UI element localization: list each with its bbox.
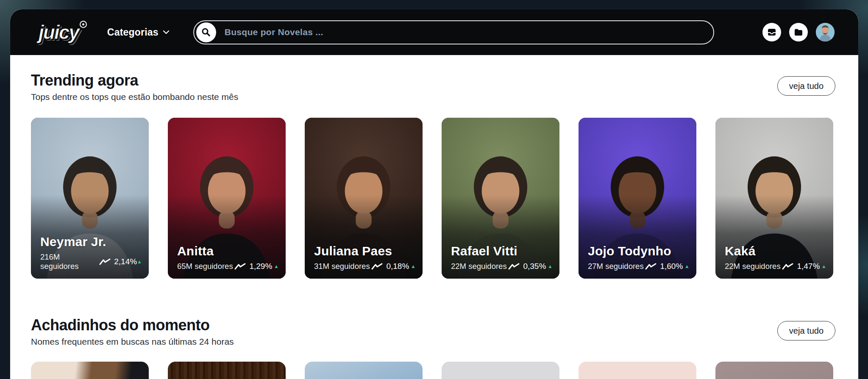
- celebrity-card[interactable]: Rafael Vitti 22M seguidores 0,35% ▲: [442, 118, 559, 279]
- trend-up-arrow-icon: ▲: [137, 259, 142, 264]
- trend-percentage: 2,14%: [114, 257, 137, 266]
- trend-percentage: 0,18%: [386, 262, 409, 271]
- trend-line-icon: [782, 263, 793, 270]
- achadinho-card[interactable]: [168, 362, 286, 379]
- section-achadinhos: Achadinhos do momento Nomes frequentes e…: [31, 318, 835, 379]
- achadinhos-see-all-button[interactable]: veja tudo: [777, 321, 835, 340]
- achadinho-card[interactable]: [579, 362, 696, 379]
- achadinho-card[interactable]: [715, 362, 833, 379]
- trend-up-arrow-icon: ▲: [821, 264, 826, 269]
- achadinho-card[interactable]: [442, 362, 559, 379]
- trend-up-arrow-icon: ▲: [274, 264, 279, 269]
- juicy-logo[interactable]: juicy: [39, 22, 87, 42]
- card-info: Anitta 65M seguidores 1,29% ▲: [177, 245, 279, 271]
- header-actions: [762, 23, 835, 41]
- celebrity-name: Neymar Jr.: [40, 235, 142, 248]
- trending-title: Trending agora: [31, 73, 238, 88]
- trend-group: 1,29%: [234, 262, 272, 271]
- chevron-down-icon: [163, 30, 170, 34]
- trend-percentage: 0,35%: [523, 262, 546, 271]
- followers-count: 31M seguidores: [314, 262, 370, 271]
- app-window: juicy Categorias: [10, 9, 858, 379]
- main-content: Trending agora Tops dentre os tops que e…: [10, 55, 858, 379]
- inbox-button[interactable]: [762, 23, 781, 41]
- search-bar[interactable]: [193, 20, 714, 44]
- search-icon[interactable]: [196, 22, 216, 42]
- categories-label: Categorias: [107, 27, 159, 38]
- app-header: juicy Categorias: [10, 9, 858, 55]
- card-info: Jojo Todynho 27M seguidores 1,60% ▲: [588, 245, 690, 271]
- trend-group: 2,14%: [99, 257, 137, 266]
- user-avatar[interactable]: [816, 23, 835, 41]
- celebrity-card[interactable]: Jojo Todynho 27M seguidores 1,60% ▲: [579, 118, 696, 279]
- celebrity-card[interactable]: Juliana Paes 31M seguidores 0,18% ▲: [305, 118, 423, 279]
- juicy-logo-badge-icon: [80, 21, 87, 28]
- followers-count: 22M seguidores: [451, 262, 507, 271]
- celebrity-stats: 31M seguidores 0,18% ▲: [314, 262, 416, 271]
- trending-subtitle: Tops dentre os tops que estão bombando n…: [31, 92, 238, 102]
- celebrity-card[interactable]: Neymar Jr. 216M seguidores 2,14% ▲: [31, 118, 149, 279]
- trend-group: 1,47%: [782, 262, 820, 271]
- achadinhos-title: Achadinhos do momento: [31, 318, 234, 333]
- trend-line-icon: [99, 258, 111, 266]
- celebrity-stats: 27M seguidores 1,60% ▲: [588, 262, 690, 271]
- juicy-logo-text: juicy: [39, 22, 79, 42]
- achadinhos-card-row: [31, 362, 835, 379]
- achadinho-card[interactable]: [305, 362, 423, 379]
- library-button[interactable]: [789, 23, 808, 41]
- achadinho-card[interactable]: [31, 362, 149, 379]
- trend-up-arrow-icon: ▲: [684, 264, 690, 269]
- celebrity-name: Anitta: [177, 245, 279, 257]
- section-trending: Trending agora Tops dentre os tops que e…: [31, 73, 835, 279]
- celebrity-name: Jojo Todynho: [588, 245, 690, 257]
- trend-line-icon: [645, 263, 657, 270]
- followers-count: 65M seguidores: [177, 262, 233, 271]
- trend-group: 0,18%: [371, 262, 409, 271]
- card-info: Kaká 22M seguidores 1,47% ▲: [725, 245, 826, 271]
- trend-up-arrow-icon: ▲: [411, 264, 416, 269]
- trend-line-icon: [234, 263, 246, 270]
- trend-percentage: 1,47%: [797, 262, 820, 271]
- trending-section-header: Trending agora Tops dentre os tops que e…: [31, 73, 835, 102]
- celebrity-stats: 22M seguidores 0,35% ▲: [451, 262, 553, 271]
- trending-card-row: Neymar Jr. 216M seguidores 2,14% ▲: [31, 118, 835, 279]
- celebrity-name: Juliana Paes: [314, 245, 416, 257]
- card-info: Juliana Paes 31M seguidores 0,18% ▲: [314, 245, 416, 271]
- celebrity-stats: 65M seguidores 1,29% ▲: [177, 262, 279, 271]
- card-info: Neymar Jr. 216M seguidores 2,14% ▲: [40, 235, 142, 271]
- folder-icon: [793, 27, 804, 37]
- achadinhos-section-header: Achadinhos do momento Nomes frequentes e…: [31, 318, 835, 346]
- trend-group: 0,35%: [508, 262, 546, 271]
- celebrity-stats: 216M seguidores 2,14% ▲: [40, 252, 142, 271]
- trend-line-icon: [508, 263, 520, 270]
- trend-up-arrow-icon: ▲: [548, 264, 553, 269]
- followers-count: 22M seguidores: [725, 262, 781, 271]
- card-info: Rafael Vitti 22M seguidores 0,35% ▲: [451, 245, 553, 271]
- trend-percentage: 1,60%: [660, 262, 683, 271]
- achadinhos-subtitle: Nomes frequentes em buscas nas últimas 2…: [31, 337, 234, 346]
- celebrity-name: Rafael Vitti: [451, 245, 553, 257]
- categories-menu-button[interactable]: Categorias: [107, 27, 170, 38]
- celebrity-card[interactable]: Anitta 65M seguidores 1,29% ▲: [168, 118, 286, 279]
- celebrity-name: Kaká: [725, 245, 826, 257]
- achadinhos-heading-block: Achadinhos do momento Nomes frequentes e…: [31, 318, 234, 346]
- trend-group: 1,60%: [645, 262, 683, 271]
- inbox-tray-icon: [767, 27, 777, 37]
- trending-see-all-button[interactable]: veja tudo: [777, 76, 835, 96]
- search-input[interactable]: [225, 27, 705, 37]
- trending-heading-block: Trending agora Tops dentre os tops que e…: [31, 73, 238, 102]
- followers-count: 216M seguidores: [40, 252, 99, 271]
- trend-percentage: 1,29%: [249, 262, 272, 271]
- celebrity-card[interactable]: Kaká 22M seguidores 1,47% ▲: [715, 118, 833, 279]
- trend-line-icon: [371, 263, 383, 270]
- followers-count: 27M seguidores: [588, 262, 644, 271]
- celebrity-stats: 22M seguidores 1,47% ▲: [725, 262, 826, 271]
